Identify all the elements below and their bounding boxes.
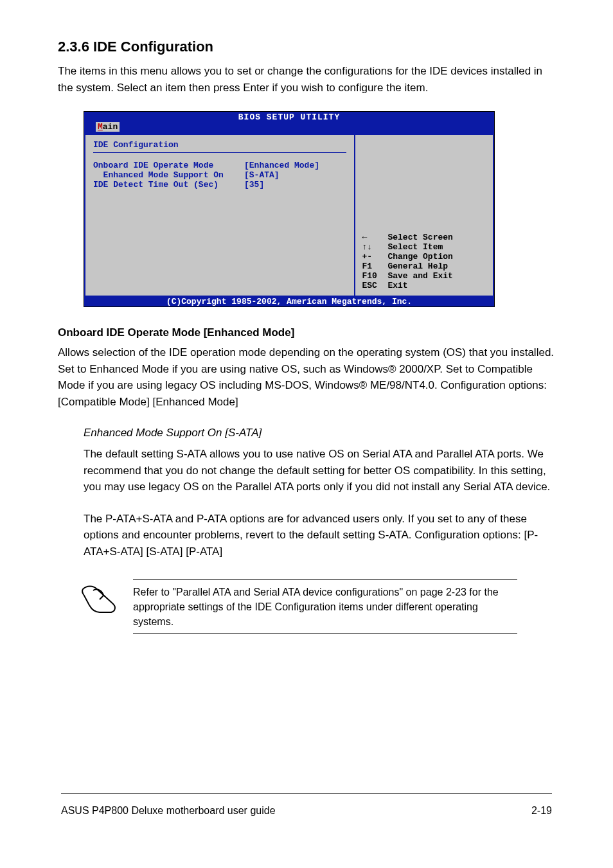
enhanced-mode-body2: The P-ATA+S-ATA and P-ATA options are fo… xyxy=(84,511,555,560)
bios-row: Onboard IDE Operate Mode [Enhanced Mode] xyxy=(93,161,346,170)
bios-help-key: ↑↓ xyxy=(362,242,387,252)
bios-left-panel: IDE Configuration Onboard IDE Operate Mo… xyxy=(85,135,354,296)
bios-screenshot: BIOS SETUP UTILITY Main IDE Configuratio… xyxy=(84,111,495,307)
bios-help-desc: Save and Exit xyxy=(387,271,486,281)
hand-note-icon xyxy=(80,584,120,615)
note-top-rule xyxy=(133,579,517,580)
bios-copyright: (C)Copyright 1985-2002, American Megatre… xyxy=(84,297,494,306)
section-heading: 2.3.6 IDE Configuration xyxy=(58,39,555,55)
enhanced-mode-body1: The default setting S-ATA allows you to … xyxy=(84,446,555,495)
bios-row-value: [S-ATA] xyxy=(244,170,280,180)
bios-title: BIOS SETUP UTILITY xyxy=(84,112,494,122)
bios-row-label: Enhanced Mode Support On xyxy=(93,170,244,180)
bios-row-label: Onboard IDE Operate Mode xyxy=(93,161,244,170)
note-text: Refer to "Parallel ATA and Serial ATA de… xyxy=(133,583,517,633)
bios-row-label: IDE Detect Time Out (Sec) xyxy=(93,180,244,190)
bios-help-key: ESC xyxy=(362,281,387,290)
bios-row-value: [35] xyxy=(244,180,264,190)
bios-panel-title: IDE Configuration xyxy=(93,140,346,150)
bios-help-desc: Change Option xyxy=(387,252,486,261)
bios-help-desc: Exit xyxy=(387,281,486,290)
bios-help-row: ←Select Screen xyxy=(362,233,486,242)
bios-divider xyxy=(93,152,346,153)
enhanced-mode-heading: Enhanced Mode Support On [S-ATA] xyxy=(84,427,555,439)
page-footer: ASUS P4P800 Deluxe motherboard user guid… xyxy=(61,805,552,817)
bios-row: Enhanced Mode Support On [S-ATA] xyxy=(93,170,346,180)
bios-help-key: +- xyxy=(362,252,387,261)
bios-menubar: Main xyxy=(84,122,494,134)
bios-help-desc: General Help xyxy=(387,261,486,271)
bios-help-row: ESCExit xyxy=(362,281,486,290)
bios-help-key: F10 xyxy=(362,271,387,281)
bios-help-key: ← xyxy=(362,233,387,242)
section-body: The items in this menu allows you to set… xyxy=(58,63,555,96)
bios-tab-main: Main xyxy=(96,122,120,132)
bios-help-panel: ←Select Screen ↑↓Select Item +-Change Op… xyxy=(354,135,493,296)
bios-help-row: F1General Help xyxy=(362,261,486,271)
bios-help-row: +-Change Option xyxy=(362,252,486,261)
bios-help-desc: Select Item xyxy=(387,242,486,252)
footer-rule xyxy=(61,793,552,794)
note-bottom-rule xyxy=(133,633,517,634)
bios-row: IDE Detect Time Out (Sec) [35] xyxy=(93,180,346,190)
bios-help-key: F1 xyxy=(362,261,387,271)
note-block: Refer to "Parallel ATA and Serial ATA de… xyxy=(80,579,517,638)
bios-help-desc: Select Screen xyxy=(387,233,486,242)
bios-help-row: ↑↓Select Item xyxy=(362,242,486,252)
bios-row-value: [Enhanced Mode] xyxy=(244,161,319,170)
footer-right: 2-19 xyxy=(531,805,552,817)
footer-left: ASUS P4P800 Deluxe motherboard user guid… xyxy=(61,805,276,817)
onboard-ide-body: Allows selection of the IDE operation mo… xyxy=(58,344,555,410)
bios-help-row: F10Save and Exit xyxy=(362,271,486,281)
onboard-ide-title: Onboard IDE Operate Mode [Enhanced Mode] xyxy=(58,326,555,339)
